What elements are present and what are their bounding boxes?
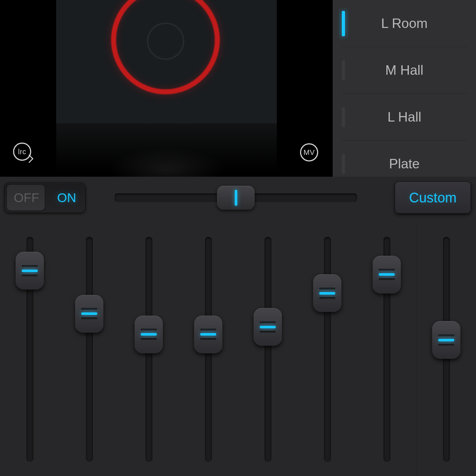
balance-thumb[interactable]	[217, 186, 255, 210]
preset-label: M Hall	[333, 63, 476, 78]
eq-track[interactable]	[324, 237, 331, 462]
preset-indicator	[342, 11, 345, 36]
eq-band-5	[238, 237, 298, 476]
mv-icon: MV	[304, 148, 315, 157]
preset-item-l-room[interactable]: L Room	[333, 0, 476, 47]
preset-indicator	[342, 60, 345, 80]
eq-band-2	[60, 237, 119, 476]
eq-on-off-toggle[interactable]: OFF ON	[4, 182, 86, 213]
eq-track[interactable]	[264, 237, 271, 462]
preset-indicator	[342, 107, 345, 127]
eq-band-3	[119, 237, 178, 476]
preset-item-l-hall[interactable]: L Hall	[333, 94, 476, 140]
toggle-on-label: ON	[57, 190, 77, 205]
eq-thumb[interactable]	[16, 252, 44, 290]
preset-item-m-hall[interactable]: M Hall	[333, 47, 476, 94]
album-art-inner-circle	[147, 22, 184, 60]
preset-label: L Room	[333, 16, 476, 31]
eq-thumb[interactable]	[75, 295, 103, 333]
toggle-off-label: OFF	[14, 190, 39, 205]
custom-preset-button[interactable]: Custom	[395, 182, 471, 214]
lrc-icon: lrc	[18, 148, 26, 156]
eq-band-8	[416, 237, 476, 476]
album-art-pane: lrc MV	[0, 0, 333, 177]
preset-indicator	[342, 154, 345, 174]
eq-band-6	[298, 237, 357, 476]
eq-band-1	[0, 237, 60, 476]
eq-track[interactable]	[383, 237, 390, 462]
equalizer	[0, 219, 476, 476]
eq-track[interactable]	[86, 237, 93, 462]
eq-band-7	[357, 237, 416, 476]
preset-label: L Hall	[333, 110, 476, 125]
eq-thumb[interactable]	[373, 256, 401, 294]
eq-band-4	[178, 237, 238, 476]
music-video-button[interactable]: MV	[300, 143, 318, 161]
eq-track[interactable]	[26, 237, 33, 462]
eq-thumb[interactable]	[135, 316, 163, 353]
album-art-glow	[109, 148, 225, 177]
balance-slider[interactable]	[115, 182, 357, 213]
eq-track[interactable]	[205, 237, 212, 462]
eq-thumb[interactable]	[254, 308, 282, 346]
eq-thumb[interactable]	[432, 321, 460, 359]
preset-list: L Room M Hall L Hall Plate	[333, 0, 476, 177]
eq-thumb[interactable]	[194, 316, 222, 353]
lyrics-button[interactable]: lrc	[13, 143, 31, 161]
eq-track[interactable]	[443, 237, 450, 462]
eq-track[interactable]	[145, 237, 152, 462]
preset-label: Plate	[333, 156, 476, 172]
custom-label: Custom	[409, 190, 457, 206]
eq-thumb[interactable]	[313, 274, 341, 312]
balance-thumb-indicator	[235, 190, 237, 206]
